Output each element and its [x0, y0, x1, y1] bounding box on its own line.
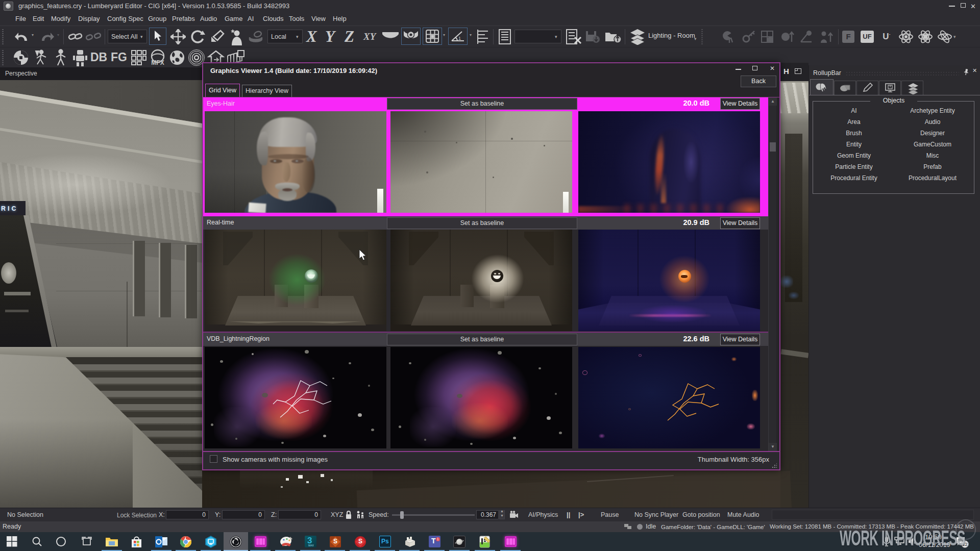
svg-text:MFX: MFX: [151, 59, 164, 66]
svg-text:1: 1: [458, 36, 461, 41]
